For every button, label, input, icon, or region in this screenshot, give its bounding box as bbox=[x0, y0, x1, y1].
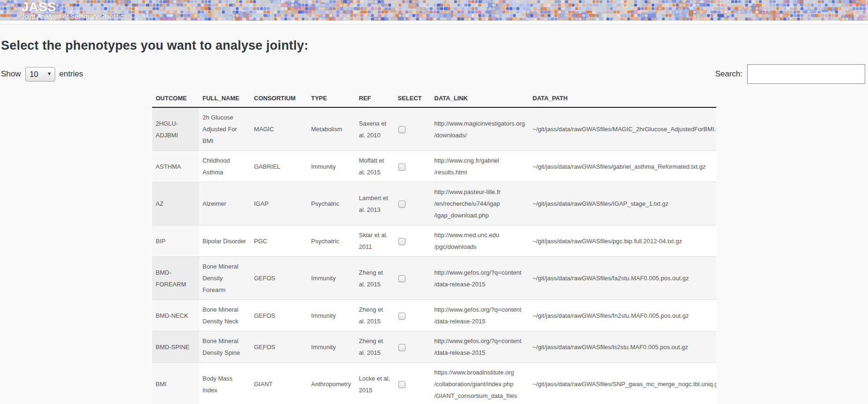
cell-select bbox=[394, 300, 431, 331]
column-header-full-name[interactable]: FULL_NAME bbox=[199, 90, 250, 107]
table-row: BMD-NECKBone Mineral Density NeckGEFOSIm… bbox=[152, 300, 716, 331]
cell-data-link: http://www.gefos.org/?q=content /data-re… bbox=[431, 331, 529, 363]
cell-data-link: http://www.magicinvestigators.org /downl… bbox=[431, 107, 529, 151]
cell-outcome: BMI bbox=[152, 363, 199, 404]
cell-consortium: IGAP bbox=[250, 182, 308, 225]
cell-data-link: http://www.pasteur-lille.fr /en/recherch… bbox=[431, 182, 529, 225]
cell-select bbox=[394, 151, 431, 182]
cell-ref: Zheng et al. 2015 bbox=[355, 257, 394, 300]
cell-type: Immunity bbox=[308, 300, 355, 331]
column-header-consortium[interactable]: CONSORTIUM bbox=[250, 90, 308, 107]
header-mosaic-art bbox=[0, 0, 868, 21]
cell-data-link: https://www.broadinstitute.org /collabor… bbox=[431, 363, 529, 404]
cell-data-path: ~/git/jass/data/rawGWASfiles/pgc.bip.ful… bbox=[529, 225, 716, 257]
column-header-data-path[interactable]: DATA_PATH bbox=[529, 90, 716, 107]
column-header-ref[interactable]: REF bbox=[355, 90, 394, 107]
select-checkbox[interactable] bbox=[398, 381, 405, 388]
cell-ref: Zheng et al. 2015 bbox=[355, 331, 394, 363]
select-checkbox[interactable] bbox=[398, 126, 405, 133]
cell-data-path: ~/git/jass/data/rawGWASfiles/SNP_gwas_mc… bbox=[529, 363, 716, 404]
search-input[interactable] bbox=[747, 64, 865, 84]
cell-data-link: http://www.gefos.org/?q=content /data-re… bbox=[431, 300, 529, 331]
column-header-outcome[interactable]: OUTCOME bbox=[152, 90, 199, 107]
cell-type: Immunity bbox=[308, 151, 355, 182]
cell-data-path: ~/git/jass/data/rawGWASfiles/gabriel_ast… bbox=[529, 151, 716, 182]
select-checkbox[interactable] bbox=[398, 275, 405, 282]
table-header-row: OUTCOME FULL_NAME CONSORTIUM TYPE REF SE… bbox=[152, 90, 716, 107]
cell-ref: Moffatt et al. 2015 bbox=[355, 151, 394, 182]
table-row: ASTHMAChildhood AsthmaGABRIELImmunityMof… bbox=[152, 151, 716, 182]
cell-data-path: ~/git/jass/data/rawGWASfiles/IGAP_stage_… bbox=[529, 182, 716, 225]
cell-outcome: BIP bbox=[152, 225, 199, 257]
page-title: Select the phenotypes you want to analys… bbox=[1, 38, 868, 53]
cell-ref: Sklar et al. 2011 bbox=[355, 225, 394, 257]
table-row: BIPBipolar DisorderPGCPsychatricSklar et… bbox=[152, 225, 716, 257]
cell-consortium: MAGIC bbox=[250, 107, 308, 151]
cell-type: Immunity bbox=[308, 331, 355, 363]
cell-ref: Zheng et al. 2015 bbox=[355, 300, 394, 331]
cell-consortium: GEFOS bbox=[250, 331, 308, 363]
cell-data-path: ~/git/jass/data/rawGWASfiles/MAGIC_2hrGl… bbox=[529, 107, 716, 151]
page-length-control: Show 10 ▼ entries bbox=[0, 67, 83, 82]
cell-outcome: 2HGLU-ADJBMI bbox=[152, 107, 199, 151]
cell-data-link: http://www.med.unc.edu /pgc/downloads bbox=[431, 225, 529, 257]
cell-consortium: GEFOS bbox=[250, 300, 308, 331]
cell-full-name: Bone Mineral Density Spine bbox=[199, 331, 250, 363]
cell-select bbox=[394, 363, 431, 404]
cell-full-name: 2h Glucose Adjusted For BMI bbox=[199, 107, 250, 151]
cell-outcome: AZ bbox=[152, 182, 199, 225]
cell-consortium: GABRIEL bbox=[250, 151, 308, 182]
cell-consortium: GEFOS bbox=[250, 257, 308, 300]
cell-ref: Lambert et al. 2013 bbox=[355, 182, 394, 225]
cell-type: Anthropometry bbox=[308, 363, 355, 404]
column-header-select[interactable]: SELECT bbox=[394, 90, 431, 107]
table-row: BMD-SPINEBone Mineral Density SpineGEFOS… bbox=[152, 331, 716, 363]
cell-full-name: Bone Mineral Density Neck bbox=[199, 300, 250, 331]
page-length-select-shell: 10 ▼ bbox=[25, 67, 55, 82]
header-divider bbox=[0, 21, 868, 24]
cell-consortium: PGC bbox=[250, 225, 308, 257]
table-row: 2HGLU-ADJBMI2h Glucose Adjusted For BMIM… bbox=[152, 107, 716, 151]
cell-outcome: BMD-SPINE bbox=[152, 331, 199, 363]
cell-select bbox=[394, 225, 431, 257]
table-row: AZAlzeimerIGAPPsychatricLambert et al. 2… bbox=[152, 182, 716, 225]
select-checkbox[interactable] bbox=[398, 313, 405, 320]
app-header: JASS Joint Analysis of Summary Statistic… bbox=[0, 0, 868, 21]
table-row: BMIBody Mass IndexGIANTAnthropometryLock… bbox=[152, 363, 716, 404]
column-header-data-link[interactable]: DATA_LINK bbox=[431, 90, 529, 107]
cell-type: Metabolism bbox=[308, 107, 355, 151]
page-length-select[interactable]: 10 bbox=[25, 67, 55, 82]
app-title: JASS bbox=[22, 0, 126, 14]
cell-data-link: http://www.gefos.org/?q=content /data-re… bbox=[431, 257, 529, 300]
cell-full-name: Bone Mineral Density Forearm bbox=[199, 257, 250, 300]
table-row: BMD-FOREARMBone Mineral Density ForearmG… bbox=[152, 257, 716, 300]
cell-type: Immunity bbox=[308, 257, 355, 300]
cell-consortium: GIANT bbox=[250, 363, 308, 404]
cell-data-path: ~/git/jass/data/rawGWASfiles/ls2stu.MAF0… bbox=[529, 331, 716, 363]
search-control: Search: bbox=[715, 64, 868, 84]
show-label: Show bbox=[1, 69, 21, 79]
cell-full-name: Body Mass Index bbox=[199, 363, 250, 404]
app-tagline: Joint Analysis of Summary Statistics bbox=[22, 14, 126, 20]
select-checkbox[interactable] bbox=[398, 201, 405, 208]
app-logo: JASS Joint Analysis of Summary Statistic… bbox=[22, 0, 126, 20]
table-controls: Show 10 ▼ entries Search: bbox=[0, 64, 868, 84]
phenotype-table: OUTCOME FULL_NAME CONSORTIUM TYPE REF SE… bbox=[152, 90, 716, 404]
cell-type: Psychatric bbox=[308, 225, 355, 257]
table-body: 2HGLU-ADJBMI2h Glucose Adjusted For BMIM… bbox=[152, 107, 716, 404]
cell-outcome: ASTHMA bbox=[152, 151, 199, 182]
entries-label: entries bbox=[59, 69, 83, 79]
column-header-type[interactable]: TYPE bbox=[308, 90, 355, 107]
select-checkbox[interactable] bbox=[398, 344, 405, 351]
cell-full-name: Bipolar Disorder bbox=[199, 225, 250, 257]
cell-type: Psychatric bbox=[308, 182, 355, 225]
select-checkbox[interactable] bbox=[398, 164, 405, 171]
cell-select bbox=[394, 107, 431, 151]
select-checkbox[interactable] bbox=[398, 238, 405, 245]
cell-full-name: Childhood Asthma bbox=[199, 151, 250, 182]
search-label: Search: bbox=[715, 69, 743, 79]
cell-full-name: Alzeimer bbox=[199, 182, 250, 225]
cell-select bbox=[394, 331, 431, 363]
cell-select bbox=[394, 182, 431, 225]
cell-outcome: BMD-NECK bbox=[152, 300, 199, 331]
